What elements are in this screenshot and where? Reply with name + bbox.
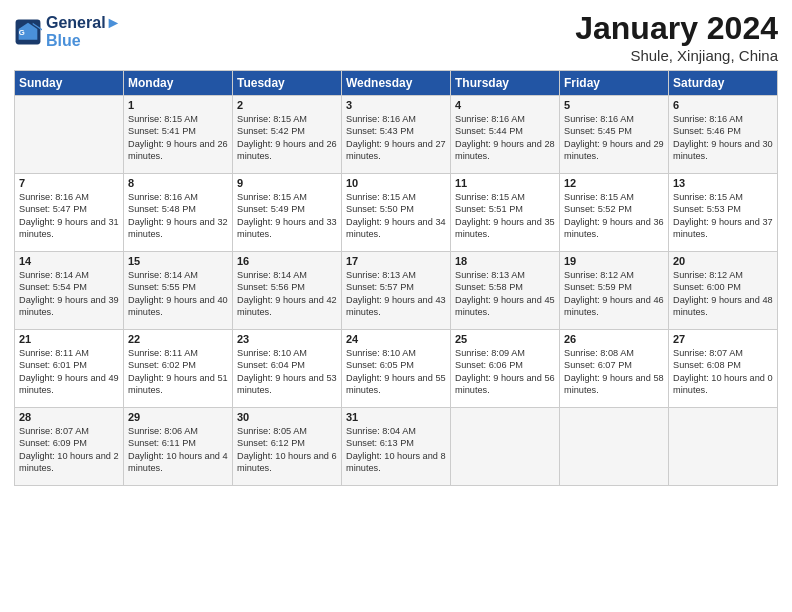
day-number: 14 <box>19 255 119 267</box>
cell-info: Sunrise: 8:16 AMSunset: 5:45 PMDaylight:… <box>564 113 664 163</box>
day-number: 5 <box>564 99 664 111</box>
calendar-cell: 30Sunrise: 8:05 AMSunset: 6:12 PMDayligh… <box>233 408 342 486</box>
cell-info: Sunrise: 8:07 AMSunset: 6:08 PMDaylight:… <box>673 347 773 397</box>
calendar-week-row: 28Sunrise: 8:07 AMSunset: 6:09 PMDayligh… <box>15 408 778 486</box>
day-number: 9 <box>237 177 337 189</box>
day-number: 1 <box>128 99 228 111</box>
calendar-cell: 23Sunrise: 8:10 AMSunset: 6:04 PMDayligh… <box>233 330 342 408</box>
cell-info: Sunrise: 8:14 AMSunset: 5:56 PMDaylight:… <box>237 269 337 319</box>
day-number: 4 <box>455 99 555 111</box>
col-sunday: Sunday <box>15 71 124 96</box>
calendar-cell: 5Sunrise: 8:16 AMSunset: 5:45 PMDaylight… <box>560 96 669 174</box>
cell-info: Sunrise: 8:14 AMSunset: 5:55 PMDaylight:… <box>128 269 228 319</box>
cell-info: Sunrise: 8:04 AMSunset: 6:13 PMDaylight:… <box>346 425 446 475</box>
cell-info: Sunrise: 8:15 AMSunset: 5:42 PMDaylight:… <box>237 113 337 163</box>
day-number: 25 <box>455 333 555 345</box>
calendar-cell: 3Sunrise: 8:16 AMSunset: 5:43 PMDaylight… <box>342 96 451 174</box>
day-number: 2 <box>237 99 337 111</box>
day-number: 30 <box>237 411 337 423</box>
day-number: 26 <box>564 333 664 345</box>
cell-info: Sunrise: 8:09 AMSunset: 6:06 PMDaylight:… <box>455 347 555 397</box>
day-number: 6 <box>673 99 773 111</box>
page-container: G General► Blue January 2024 Shule, Xinj… <box>0 0 792 496</box>
calendar-cell: 2Sunrise: 8:15 AMSunset: 5:42 PMDaylight… <box>233 96 342 174</box>
cell-info: Sunrise: 8:13 AMSunset: 5:57 PMDaylight:… <box>346 269 446 319</box>
cell-info: Sunrise: 8:06 AMSunset: 6:11 PMDaylight:… <box>128 425 228 475</box>
calendar-cell: 4Sunrise: 8:16 AMSunset: 5:44 PMDaylight… <box>451 96 560 174</box>
calendar-cell: 17Sunrise: 8:13 AMSunset: 5:57 PMDayligh… <box>342 252 451 330</box>
day-number: 16 <box>237 255 337 267</box>
cell-info: Sunrise: 8:08 AMSunset: 6:07 PMDaylight:… <box>564 347 664 397</box>
calendar-cell: 9Sunrise: 8:15 AMSunset: 5:49 PMDaylight… <box>233 174 342 252</box>
cell-info: Sunrise: 8:12 AMSunset: 6:00 PMDaylight:… <box>673 269 773 319</box>
day-number: 10 <box>346 177 446 189</box>
cell-info: Sunrise: 8:11 AMSunset: 6:02 PMDaylight:… <box>128 347 228 397</box>
day-number: 13 <box>673 177 773 189</box>
day-number: 19 <box>564 255 664 267</box>
day-number: 3 <box>346 99 446 111</box>
day-number: 12 <box>564 177 664 189</box>
day-number: 24 <box>346 333 446 345</box>
cell-info: Sunrise: 8:10 AMSunset: 6:04 PMDaylight:… <box>237 347 337 397</box>
calendar-cell: 27Sunrise: 8:07 AMSunset: 6:08 PMDayligh… <box>669 330 778 408</box>
cell-info: Sunrise: 8:16 AMSunset: 5:48 PMDaylight:… <box>128 191 228 241</box>
calendar-cell <box>15 96 124 174</box>
calendar-cell: 6Sunrise: 8:16 AMSunset: 5:46 PMDaylight… <box>669 96 778 174</box>
calendar-cell <box>669 408 778 486</box>
calendar-cell: 21Sunrise: 8:11 AMSunset: 6:01 PMDayligh… <box>15 330 124 408</box>
calendar-cell: 10Sunrise: 8:15 AMSunset: 5:50 PMDayligh… <box>342 174 451 252</box>
calendar-cell: 11Sunrise: 8:15 AMSunset: 5:51 PMDayligh… <box>451 174 560 252</box>
col-saturday: Saturday <box>669 71 778 96</box>
cell-info: Sunrise: 8:10 AMSunset: 6:05 PMDaylight:… <box>346 347 446 397</box>
calendar-week-row: 14Sunrise: 8:14 AMSunset: 5:54 PMDayligh… <box>15 252 778 330</box>
col-monday: Monday <box>124 71 233 96</box>
calendar-cell: 29Sunrise: 8:06 AMSunset: 6:11 PMDayligh… <box>124 408 233 486</box>
calendar-cell: 28Sunrise: 8:07 AMSunset: 6:09 PMDayligh… <box>15 408 124 486</box>
svg-text:G: G <box>19 28 25 37</box>
calendar-cell: 19Sunrise: 8:12 AMSunset: 5:59 PMDayligh… <box>560 252 669 330</box>
cell-info: Sunrise: 8:16 AMSunset: 5:43 PMDaylight:… <box>346 113 446 163</box>
calendar-week-row: 7Sunrise: 8:16 AMSunset: 5:47 PMDaylight… <box>15 174 778 252</box>
day-number: 28 <box>19 411 119 423</box>
day-number: 15 <box>128 255 228 267</box>
calendar-cell: 1Sunrise: 8:15 AMSunset: 5:41 PMDaylight… <box>124 96 233 174</box>
calendar-cell: 14Sunrise: 8:14 AMSunset: 5:54 PMDayligh… <box>15 252 124 330</box>
cell-info: Sunrise: 8:16 AMSunset: 5:46 PMDaylight:… <box>673 113 773 163</box>
cell-info: Sunrise: 8:16 AMSunset: 5:47 PMDaylight:… <box>19 191 119 241</box>
day-number: 31 <box>346 411 446 423</box>
calendar-header-row: Sunday Monday Tuesday Wednesday Thursday… <box>15 71 778 96</box>
cell-info: Sunrise: 8:15 AMSunset: 5:50 PMDaylight:… <box>346 191 446 241</box>
col-wednesday: Wednesday <box>342 71 451 96</box>
cell-info: Sunrise: 8:15 AMSunset: 5:49 PMDaylight:… <box>237 191 337 241</box>
cell-info: Sunrise: 8:07 AMSunset: 6:09 PMDaylight:… <box>19 425 119 475</box>
col-thursday: Thursday <box>451 71 560 96</box>
cell-info: Sunrise: 8:05 AMSunset: 6:12 PMDaylight:… <box>237 425 337 475</box>
day-number: 7 <box>19 177 119 189</box>
calendar-cell: 8Sunrise: 8:16 AMSunset: 5:48 PMDaylight… <box>124 174 233 252</box>
cell-info: Sunrise: 8:12 AMSunset: 5:59 PMDaylight:… <box>564 269 664 319</box>
calendar-cell: 13Sunrise: 8:15 AMSunset: 5:53 PMDayligh… <box>669 174 778 252</box>
cell-info: Sunrise: 8:13 AMSunset: 5:58 PMDaylight:… <box>455 269 555 319</box>
day-number: 11 <box>455 177 555 189</box>
calendar-cell: 24Sunrise: 8:10 AMSunset: 6:05 PMDayligh… <box>342 330 451 408</box>
calendar-cell: 7Sunrise: 8:16 AMSunset: 5:47 PMDaylight… <box>15 174 124 252</box>
day-number: 23 <box>237 333 337 345</box>
cell-info: Sunrise: 8:15 AMSunset: 5:52 PMDaylight:… <box>564 191 664 241</box>
title-block: January 2024 Shule, Xinjiang, China <box>575 10 778 64</box>
cell-info: Sunrise: 8:15 AMSunset: 5:51 PMDaylight:… <box>455 191 555 241</box>
logo-text: General► Blue <box>46 14 121 49</box>
calendar-cell <box>560 408 669 486</box>
calendar-week-row: 1Sunrise: 8:15 AMSunset: 5:41 PMDaylight… <box>15 96 778 174</box>
cell-info: Sunrise: 8:16 AMSunset: 5:44 PMDaylight:… <box>455 113 555 163</box>
calendar-cell: 20Sunrise: 8:12 AMSunset: 6:00 PMDayligh… <box>669 252 778 330</box>
day-number: 29 <box>128 411 228 423</box>
main-title: January 2024 <box>575 10 778 47</box>
calendar-cell: 16Sunrise: 8:14 AMSunset: 5:56 PMDayligh… <box>233 252 342 330</box>
cell-info: Sunrise: 8:14 AMSunset: 5:54 PMDaylight:… <box>19 269 119 319</box>
day-number: 18 <box>455 255 555 267</box>
logo: G General► Blue <box>14 14 121 49</box>
cell-info: Sunrise: 8:15 AMSunset: 5:53 PMDaylight:… <box>673 191 773 241</box>
calendar-cell: 25Sunrise: 8:09 AMSunset: 6:06 PMDayligh… <box>451 330 560 408</box>
calendar-cell: 12Sunrise: 8:15 AMSunset: 5:52 PMDayligh… <box>560 174 669 252</box>
cell-info: Sunrise: 8:11 AMSunset: 6:01 PMDaylight:… <box>19 347 119 397</box>
